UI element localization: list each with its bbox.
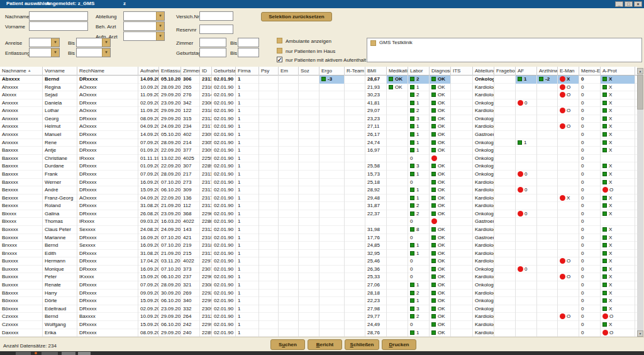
geburtstag-von-input[interactable] (199, 48, 226, 57)
column-header-rechname[interactable]: RechName (77, 67, 138, 76)
column-header-r-team[interactable]: R-Team (345, 67, 365, 76)
table-row[interactable]: BaxxxxDurdaneDRxxxx01.09.2022.09.2030722… (0, 162, 637, 171)
column-header-bmi[interactable]: BMI (365, 67, 387, 76)
chevron-down-icon[interactable]: ▼ (156, 22, 164, 30)
chevron-down-icon[interactable]: ▼ (102, 38, 110, 47)
table-row[interactable]: AbxxxxBerndDRxxxx14.09.2005.10.203062311… (0, 76, 637, 84)
chevron-down-icon[interactable]: ▼ (102, 48, 110, 57)
taskbar-item[interactable] (42, 352, 58, 355)
table-row[interactable]: BuxxxxPeterIKxxxx15.09.2006.10.202372290… (0, 273, 637, 281)
scroll-down-icon[interactable]: ▼ (637, 330, 643, 337)
column-header-nachname[interactable]: Nachname▲ (0, 67, 43, 76)
column-header-aufnahme[interactable]: Aufnahme (138, 67, 159, 76)
column-header-soz[interactable]: Soz (299, 67, 319, 76)
table-row[interactable]: BrxxxxEdithDRxxxx31.08.2021.09.202152313… (0, 250, 637, 258)
chevron-down-icon[interactable]: ▼ (156, 32, 164, 40)
aufn-arzt-dropdown[interactable]: ▼ (123, 31, 165, 41)
table-row[interactable]: BuxxxxHermannDRxxxx17.04.2003.11.2040222… (0, 257, 637, 266)
table-row[interactable]: BexxxxFranz-GeorgAOxxxx04.09.2022.09.201… (0, 194, 637, 203)
restore-icon[interactable]: □ (625, 1, 633, 7)
table-row[interactable]: BöxxxxEdeltraudDRxxxx02.09.2023.09.20332… (0, 305, 637, 313)
beh-arzt-dropdown[interactable]: ▼ (123, 21, 165, 31)
drucken-button[interactable]: Drucken (382, 339, 416, 350)
chevron-down-icon[interactable]: ▼ (51, 48, 59, 57)
abteilung-dropdown[interactable]: ▼ (123, 11, 165, 21)
table-row[interactable]: BaxxxxWernerDRxxxx16.09.2007.10.20273231… (0, 179, 637, 187)
vorname-input[interactable] (29, 21, 88, 31)
table-row[interactable]: BixxxxThomasIRxxxx09.03.2016.03.20402222… (0, 218, 637, 226)
schlieen-button[interactable]: Schließen (345, 339, 379, 350)
suchen-button[interactable]: Suchen (270, 339, 305, 350)
table-row[interactable]: AnxxxxManuelDRxxxx14.09.2005.10.20402230… (0, 131, 637, 139)
column-header-fragebog[interactable]: Fragebog (494, 67, 516, 76)
column-header-firma[interactable]: Firma (236, 67, 259, 76)
table-row[interactable]: CzxxxxBerndBaxxxx10.09.2029.09.202642312… (0, 313, 637, 321)
column-header-labor[interactable]: Labor (408, 67, 430, 76)
unchecked-checkbox-icon[interactable] (277, 48, 282, 54)
versich-nr-input[interactable] (199, 11, 233, 21)
entlassung-bis-dropdown[interactable]: ▼ (76, 48, 111, 57)
scrollbar-thumb[interactable] (637, 75, 643, 110)
column-header-psy[interactable]: Psy (259, 67, 279, 76)
scroll-up-icon[interactable]: ▲ (637, 68, 643, 74)
geburtstag-bis-input[interactable] (238, 48, 259, 57)
column-header-memo-e[interactable]: Memo-E (579, 67, 601, 76)
bericht-button[interactable]: Bericht (308, 339, 342, 350)
column-header-id[interactable]: ID (200, 67, 212, 76)
column-header-medikatio[interactable]: Medikatio (387, 67, 408, 76)
table-row[interactable]: AnxxxxGeorgDRxxxx08.09.2029.09.203152312… (0, 115, 637, 123)
column-header-vorname[interactable]: Vorname (43, 67, 77, 76)
nachname-input[interactable] (29, 11, 88, 21)
taskbar-item[interactable] (16, 352, 31, 355)
table-row[interactable]: BrxxxxBerndSexxxx16.09.2007.10.202192318… (0, 242, 637, 250)
table-row[interactable]: BaxxxxChristianeIRxxxx01.11.1913.02.2040… (0, 155, 637, 163)
table-row[interactable]: AhxxxxReginaAOxxxx10.09.2028.09.20265231… (0, 84, 637, 92)
column-header-ergo[interactable]: Ergo (319, 67, 345, 76)
taskbar-item-active[interactable] (78, 352, 91, 355)
column-header-af[interactable]: AF (516, 67, 537, 76)
unchecked-checkbox-icon[interactable] (277, 38, 282, 43)
table-row[interactable]: BexxxxRolandDRxxxx31.08.2021.09.20112231… (0, 202, 637, 210)
column-header-em[interactable]: Em (279, 67, 299, 76)
anreise-von-dropdown[interactable]: ▼ (29, 38, 60, 47)
entlassung-von-dropdown[interactable]: ▼ (29, 48, 60, 57)
table-row[interactable]: BöxxxxDörteDRxxxx15.09.2006.10.203402299… (0, 297, 637, 305)
table-row[interactable]: BäxxxxHarryDRxxxx09.09.2030.09.202692292… (0, 290, 637, 298)
table-row[interactable]: AnxxxxHelmutAOxxxx04.09.2024.09.20234231… (0, 123, 637, 131)
table-row[interactable]: BaxxxxFrankDRxxxx07.09.2028.09.202172311… (0, 171, 637, 179)
list-item[interactable]: GMS Testklinik (367, 38, 641, 47)
table-row[interactable]: BoxxxxMarianneDRxxxx16.09.2007.10.204212… (0, 234, 637, 242)
chevron-down-icon[interactable]: ▼ (51, 38, 59, 47)
anreise-bis-dropdown[interactable]: ▼ (76, 38, 111, 47)
taskbar-item[interactable] (62, 352, 75, 355)
column-header-a-prot[interactable]: A-Prot (601, 67, 635, 76)
table-row[interactable]: BoxxxxClaus PeterSexxxx24.08.2024.09.201… (0, 226, 637, 234)
chevron-down-icon[interactable]: ▼ (156, 12, 164, 20)
zimmer-bis-input[interactable] (238, 38, 259, 47)
column-header-entlassun[interactable]: Entlassun (159, 67, 181, 76)
column-header-geburtstag[interactable]: Geburtstag (212, 67, 236, 76)
column-header-abteilung[interactable]: Abteilung (473, 67, 494, 76)
table-row[interactable]: DaxxxxErikaDRxxxx08.09.2029.09.202402289… (0, 329, 637, 337)
zimmer-von-input[interactable] (199, 38, 226, 47)
reset-selection-button[interactable]: Selektion zurücksetzen (261, 12, 332, 21)
table-scrollbar[interactable]: ▲ ▼ (637, 68, 643, 337)
table-row[interactable]: AlxxxxSejadAOxxxx11.09.2029.09.202762314… (0, 91, 637, 99)
table-row[interactable]: BuxxxxMoniqueDRxxxx16.09.2007.10.2037323… (0, 266, 637, 274)
table-row[interactable]: AnxxxxReneDRxxxx07.09.2028.09.2021423054… (0, 139, 637, 147)
reservnr-input[interactable] (199, 25, 233, 34)
checked-checkbox-icon[interactable]: ✓ (277, 57, 282, 62)
table-row[interactable]: BexxxxAndréDRxxxx15.09.2006.10.203092313… (0, 186, 637, 194)
minimize-icon[interactable]: _ (615, 1, 623, 7)
column-header-arzthinwe[interactable]: Arzthinwe (537, 67, 558, 76)
column-header-e-man[interactable]: E-Man (558, 67, 579, 76)
taskbar[interactable] (0, 351, 644, 355)
table-row[interactable]: AnxxxxDanielaDRxxxx02.09.2023.09.2034223… (0, 99, 637, 108)
close-icon[interactable]: × (634, 1, 642, 7)
table-row[interactable]: BixxxxGalinaDRxxxx26.08.2023.09.20368229… (0, 210, 637, 218)
column-header-diagnoser[interactable]: Diagnoser (430, 67, 451, 76)
column-header-its[interactable]: ITS (451, 67, 473, 76)
table-row[interactable]: AnxxxxLotharAOxxxx11.09.2029.09.20122231… (0, 107, 637, 115)
table-row[interactable]: CzxxxxWolfgangDRxxxx15.09.2006.10.202422… (0, 321, 637, 329)
klinik-listbox[interactable]: GMS Testklinik (367, 38, 642, 62)
